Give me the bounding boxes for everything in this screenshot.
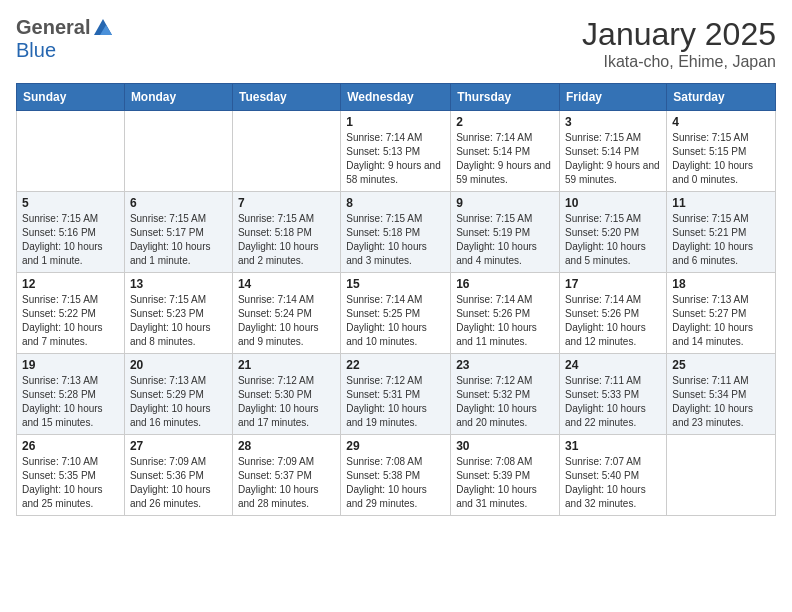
calendar-cell: 22Sunrise: 7:12 AM Sunset: 5:31 PM Dayli…	[341, 354, 451, 435]
calendar-cell: 31Sunrise: 7:07 AM Sunset: 5:40 PM Dayli…	[560, 435, 667, 516]
day-info: Sunrise: 7:15 AM Sunset: 5:19 PM Dayligh…	[456, 212, 554, 268]
calendar-cell: 20Sunrise: 7:13 AM Sunset: 5:29 PM Dayli…	[124, 354, 232, 435]
day-number: 1	[346, 115, 445, 129]
day-info: Sunrise: 7:15 AM Sunset: 5:16 PM Dayligh…	[22, 212, 119, 268]
day-info: Sunrise: 7:14 AM Sunset: 5:13 PM Dayligh…	[346, 131, 445, 187]
weekday-header: Saturday	[667, 84, 776, 111]
calendar-cell: 10Sunrise: 7:15 AM Sunset: 5:20 PM Dayli…	[560, 192, 667, 273]
calendar-cell	[17, 111, 125, 192]
day-info: Sunrise: 7:15 AM Sunset: 5:20 PM Dayligh…	[565, 212, 661, 268]
day-number: 5	[22, 196, 119, 210]
calendar-cell: 24Sunrise: 7:11 AM Sunset: 5:33 PM Dayli…	[560, 354, 667, 435]
weekday-header: Thursday	[451, 84, 560, 111]
calendar-week-row: 5Sunrise: 7:15 AM Sunset: 5:16 PM Daylig…	[17, 192, 776, 273]
day-number: 10	[565, 196, 661, 210]
logo-blue-text: Blue	[16, 39, 56, 61]
calendar-cell: 7Sunrise: 7:15 AM Sunset: 5:18 PM Daylig…	[232, 192, 340, 273]
calendar-cell: 30Sunrise: 7:08 AM Sunset: 5:39 PM Dayli…	[451, 435, 560, 516]
calendar-cell: 26Sunrise: 7:10 AM Sunset: 5:35 PM Dayli…	[17, 435, 125, 516]
day-number: 18	[672, 277, 770, 291]
calendar-cell: 3Sunrise: 7:15 AM Sunset: 5:14 PM Daylig…	[560, 111, 667, 192]
day-info: Sunrise: 7:07 AM Sunset: 5:40 PM Dayligh…	[565, 455, 661, 511]
day-number: 7	[238, 196, 335, 210]
day-number: 3	[565, 115, 661, 129]
day-number: 28	[238, 439, 335, 453]
weekday-header: Tuesday	[232, 84, 340, 111]
calendar-cell	[124, 111, 232, 192]
calendar-cell: 25Sunrise: 7:11 AM Sunset: 5:34 PM Dayli…	[667, 354, 776, 435]
calendar-cell: 6Sunrise: 7:15 AM Sunset: 5:17 PM Daylig…	[124, 192, 232, 273]
day-number: 19	[22, 358, 119, 372]
calendar-cell	[232, 111, 340, 192]
day-number: 11	[672, 196, 770, 210]
day-info: Sunrise: 7:15 AM Sunset: 5:18 PM Dayligh…	[238, 212, 335, 268]
day-info: Sunrise: 7:10 AM Sunset: 5:35 PM Dayligh…	[22, 455, 119, 511]
day-info: Sunrise: 7:14 AM Sunset: 5:26 PM Dayligh…	[456, 293, 554, 349]
calendar-cell: 15Sunrise: 7:14 AM Sunset: 5:25 PM Dayli…	[341, 273, 451, 354]
day-info: Sunrise: 7:12 AM Sunset: 5:31 PM Dayligh…	[346, 374, 445, 430]
calendar-cell: 17Sunrise: 7:14 AM Sunset: 5:26 PM Dayli…	[560, 273, 667, 354]
weekday-header-row: SundayMondayTuesdayWednesdayThursdayFrid…	[17, 84, 776, 111]
day-info: Sunrise: 7:13 AM Sunset: 5:27 PM Dayligh…	[672, 293, 770, 349]
day-info: Sunrise: 7:11 AM Sunset: 5:34 PM Dayligh…	[672, 374, 770, 430]
day-number: 8	[346, 196, 445, 210]
day-number: 14	[238, 277, 335, 291]
day-info: Sunrise: 7:14 AM Sunset: 5:25 PM Dayligh…	[346, 293, 445, 349]
day-number: 30	[456, 439, 554, 453]
weekday-header: Wednesday	[341, 84, 451, 111]
calendar-cell: 29Sunrise: 7:08 AM Sunset: 5:38 PM Dayli…	[341, 435, 451, 516]
calendar-week-row: 26Sunrise: 7:10 AM Sunset: 5:35 PM Dayli…	[17, 435, 776, 516]
day-info: Sunrise: 7:09 AM Sunset: 5:37 PM Dayligh…	[238, 455, 335, 511]
day-number: 13	[130, 277, 227, 291]
day-info: Sunrise: 7:12 AM Sunset: 5:32 PM Dayligh…	[456, 374, 554, 430]
day-info: Sunrise: 7:12 AM Sunset: 5:30 PM Dayligh…	[238, 374, 335, 430]
weekday-header: Monday	[124, 84, 232, 111]
calendar-table: SundayMondayTuesdayWednesdayThursdayFrid…	[16, 83, 776, 516]
day-number: 4	[672, 115, 770, 129]
calendar-cell: 4Sunrise: 7:15 AM Sunset: 5:15 PM Daylig…	[667, 111, 776, 192]
day-info: Sunrise: 7:08 AM Sunset: 5:38 PM Dayligh…	[346, 455, 445, 511]
calendar-cell: 11Sunrise: 7:15 AM Sunset: 5:21 PM Dayli…	[667, 192, 776, 273]
day-number: 21	[238, 358, 335, 372]
day-number: 31	[565, 439, 661, 453]
calendar-cell: 12Sunrise: 7:15 AM Sunset: 5:22 PM Dayli…	[17, 273, 125, 354]
day-number: 29	[346, 439, 445, 453]
day-info: Sunrise: 7:15 AM Sunset: 5:23 PM Dayligh…	[130, 293, 227, 349]
day-number: 27	[130, 439, 227, 453]
day-info: Sunrise: 7:15 AM Sunset: 5:17 PM Dayligh…	[130, 212, 227, 268]
logo-icon	[92, 17, 114, 39]
calendar-cell: 28Sunrise: 7:09 AM Sunset: 5:37 PM Dayli…	[232, 435, 340, 516]
calendar-cell: 27Sunrise: 7:09 AM Sunset: 5:36 PM Dayli…	[124, 435, 232, 516]
calendar-cell: 5Sunrise: 7:15 AM Sunset: 5:16 PM Daylig…	[17, 192, 125, 273]
day-info: Sunrise: 7:15 AM Sunset: 5:15 PM Dayligh…	[672, 131, 770, 187]
day-number: 25	[672, 358, 770, 372]
day-info: Sunrise: 7:15 AM Sunset: 5:18 PM Dayligh…	[346, 212, 445, 268]
calendar-subtitle: Ikata-cho, Ehime, Japan	[582, 53, 776, 71]
day-info: Sunrise: 7:14 AM Sunset: 5:24 PM Dayligh…	[238, 293, 335, 349]
day-number: 24	[565, 358, 661, 372]
day-info: Sunrise: 7:13 AM Sunset: 5:29 PM Dayligh…	[130, 374, 227, 430]
calendar-week-row: 19Sunrise: 7:13 AM Sunset: 5:28 PM Dayli…	[17, 354, 776, 435]
day-info: Sunrise: 7:14 AM Sunset: 5:26 PM Dayligh…	[565, 293, 661, 349]
calendar-cell: 16Sunrise: 7:14 AM Sunset: 5:26 PM Dayli…	[451, 273, 560, 354]
day-number: 17	[565, 277, 661, 291]
calendar-cell: 21Sunrise: 7:12 AM Sunset: 5:30 PM Dayli…	[232, 354, 340, 435]
calendar-cell: 8Sunrise: 7:15 AM Sunset: 5:18 PM Daylig…	[341, 192, 451, 273]
weekday-header: Friday	[560, 84, 667, 111]
logo: General Blue	[16, 16, 114, 62]
day-info: Sunrise: 7:11 AM Sunset: 5:33 PM Dayligh…	[565, 374, 661, 430]
day-info: Sunrise: 7:15 AM Sunset: 5:21 PM Dayligh…	[672, 212, 770, 268]
day-number: 6	[130, 196, 227, 210]
day-info: Sunrise: 7:08 AM Sunset: 5:39 PM Dayligh…	[456, 455, 554, 511]
day-info: Sunrise: 7:14 AM Sunset: 5:14 PM Dayligh…	[456, 131, 554, 187]
calendar-week-row: 1Sunrise: 7:14 AM Sunset: 5:13 PM Daylig…	[17, 111, 776, 192]
day-info: Sunrise: 7:13 AM Sunset: 5:28 PM Dayligh…	[22, 374, 119, 430]
day-number: 9	[456, 196, 554, 210]
day-number: 16	[456, 277, 554, 291]
day-number: 15	[346, 277, 445, 291]
calendar-cell: 23Sunrise: 7:12 AM Sunset: 5:32 PM Dayli…	[451, 354, 560, 435]
day-number: 23	[456, 358, 554, 372]
calendar-title: January 2025	[582, 16, 776, 53]
day-number: 20	[130, 358, 227, 372]
calendar-cell: 19Sunrise: 7:13 AM Sunset: 5:28 PM Dayli…	[17, 354, 125, 435]
